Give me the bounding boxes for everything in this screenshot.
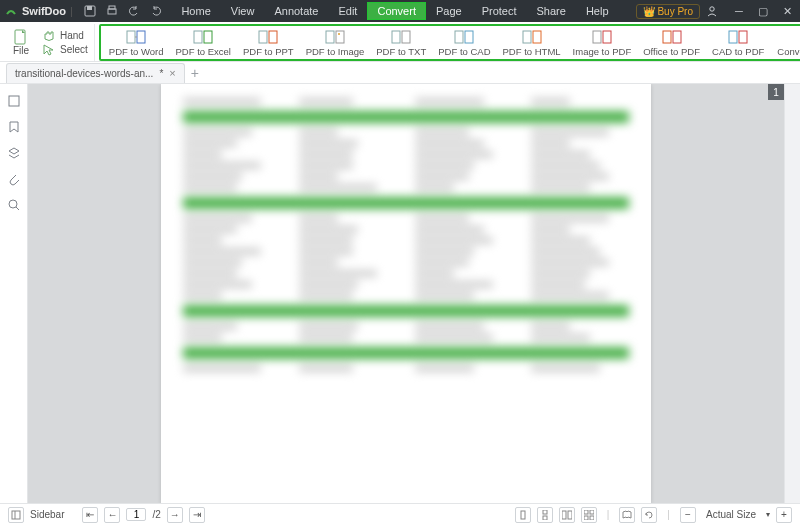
cursor-icon [42, 44, 56, 56]
page-number-input[interactable] [126, 508, 146, 521]
menu-share[interactable]: Share [527, 2, 576, 20]
page-indicator-badge: 1 [768, 84, 784, 100]
svg-rect-7 [137, 31, 145, 43]
menu-convert[interactable]: Convert [367, 2, 426, 20]
pdf-to-image-button[interactable]: PDF to Image [300, 27, 371, 58]
print-icon[interactable] [105, 4, 119, 18]
last-page-button[interactable]: ⇥ [189, 507, 205, 523]
menu-protect[interactable]: Protect [472, 2, 527, 20]
svg-rect-21 [593, 31, 601, 43]
minimize-icon[interactable]: ─ [730, 5, 748, 17]
view-facing-icon[interactable] [559, 507, 575, 523]
layers-icon[interactable] [7, 146, 21, 160]
read-mode-icon[interactable] [619, 507, 635, 523]
menu-home[interactable]: Home [171, 2, 220, 20]
document-viewport[interactable] [28, 84, 784, 503]
sidebar-toggle[interactable] [8, 507, 24, 523]
prev-page-button[interactable]: ← [104, 507, 120, 523]
first-page-button[interactable]: ⇤ [82, 507, 98, 523]
pdf-to-cad-icon [454, 29, 474, 45]
svg-rect-9 [204, 31, 212, 43]
document-tab-label: transitional-devices-words-an... [15, 68, 153, 79]
select-tool[interactable]: Select [42, 44, 88, 56]
menu-edit[interactable]: Edit [328, 2, 367, 20]
app-name: SwifDoo [22, 5, 66, 17]
svg-rect-34 [543, 510, 547, 514]
svg-rect-40 [584, 516, 588, 520]
convert-to-scan-button[interactable]: Convert to Scan [771, 27, 800, 58]
zoom-label[interactable]: Actual Size [702, 509, 760, 520]
menu-view[interactable]: View [221, 2, 265, 20]
view-single-page-icon[interactable] [515, 507, 531, 523]
menu-annotate[interactable]: Annotate [264, 2, 328, 20]
svg-rect-19 [523, 31, 531, 43]
pdf-to-excel-button[interactable]: PDF to Excel [170, 27, 237, 58]
office-to-pdf-button[interactable]: Office to PDF [637, 27, 706, 58]
view-facing-continuous-icon[interactable] [581, 507, 597, 523]
pdf-page [161, 84, 651, 503]
svg-rect-39 [590, 510, 594, 514]
search-icon[interactable] [7, 198, 21, 212]
svg-rect-26 [739, 31, 747, 43]
rotate-icon[interactable] [641, 507, 657, 523]
menu-help[interactable]: Help [576, 2, 619, 20]
document-tab[interactable]: transitional-devices-words-an... * × [6, 63, 185, 83]
user-icon[interactable] [706, 5, 724, 17]
vertical-scrollbar[interactable] [784, 84, 800, 503]
svg-rect-37 [568, 511, 572, 519]
document-modified-indicator: * [159, 68, 163, 79]
thumbnails-icon[interactable] [7, 94, 21, 108]
svg-rect-25 [729, 31, 737, 43]
save-icon[interactable] [83, 4, 97, 18]
zoom-out-button[interactable]: − [680, 507, 696, 523]
svg-rect-33 [521, 511, 525, 519]
undo-icon[interactable] [127, 4, 141, 18]
attachment-icon[interactable] [7, 172, 21, 186]
svg-rect-16 [402, 31, 410, 43]
pdf-to-txt-button[interactable]: PDF to TXT [370, 27, 432, 58]
pdf-to-word-button[interactable]: PDF to Word [103, 27, 170, 58]
image-to-pdf-button[interactable]: Image to PDF [567, 27, 638, 58]
file-icon [12, 29, 30, 45]
zoom-in-button[interactable]: + [776, 507, 792, 523]
bookmarks-icon[interactable] [7, 120, 21, 134]
svg-rect-13 [336, 31, 344, 43]
file-button[interactable]: File [6, 24, 36, 61]
pdf-to-image-icon [325, 29, 345, 45]
pdf-to-html-icon [522, 29, 542, 45]
svg-point-31 [9, 200, 17, 208]
maximize-icon[interactable]: ▢ [754, 5, 772, 18]
svg-rect-18 [465, 31, 473, 43]
buy-pro-button[interactable]: 👑 Buy Pro [636, 4, 700, 19]
pdf-to-ppt-button[interactable]: PDF to PPT [237, 27, 300, 58]
menu-page[interactable]: Page [426, 2, 472, 20]
svg-rect-10 [259, 31, 267, 43]
hand-tool[interactable]: Hand [42, 30, 88, 42]
svg-rect-24 [673, 31, 681, 43]
image-to-pdf-icon [592, 29, 612, 45]
svg-rect-11 [269, 31, 277, 43]
svg-rect-41 [590, 516, 594, 520]
main-menu: Home View Annotate Edit Convert Page Pro… [171, 2, 618, 20]
office-to-pdf-icon [662, 29, 682, 45]
svg-rect-6 [127, 31, 135, 43]
cad-to-pdf-button[interactable]: CAD to PDF [706, 27, 770, 58]
hand-icon [42, 30, 56, 42]
view-continuous-icon[interactable] [537, 507, 553, 523]
zoom-chevron-down-icon[interactable]: ▾ [766, 510, 770, 519]
document-tabbar: transitional-devices-words-an... * × + [0, 62, 800, 84]
new-tab-button[interactable]: + [191, 65, 199, 81]
svg-rect-20 [533, 31, 541, 43]
pdf-to-html-button[interactable]: PDF to HTML [497, 27, 567, 58]
redo-icon[interactable] [149, 4, 163, 18]
convert-group: PDF to Word PDF to Excel PDF to PPT PDF … [99, 24, 800, 61]
close-tab-icon[interactable]: × [169, 67, 175, 79]
file-label: File [13, 45, 29, 56]
close-icon[interactable]: ✕ [778, 5, 796, 18]
pdf-to-word-icon [126, 29, 146, 45]
svg-rect-12 [326, 31, 334, 43]
hand-label: Hand [60, 30, 84, 41]
next-page-button[interactable]: → [167, 507, 183, 523]
pdf-to-cad-button[interactable]: PDF to CAD [432, 27, 496, 58]
svg-point-14 [338, 33, 340, 35]
